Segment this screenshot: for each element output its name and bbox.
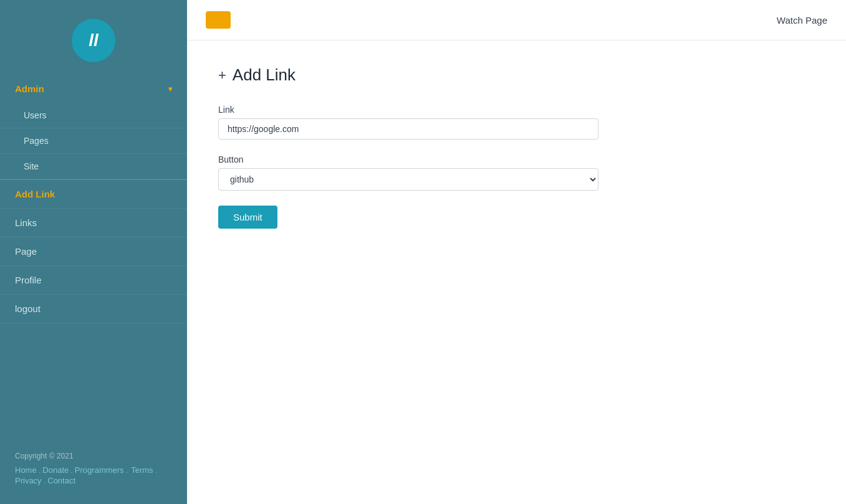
sidebar-item-add-link[interactable]: Add Link	[0, 180, 187, 209]
page-title-row: + Add Link	[218, 65, 815, 85]
sidebar-item-users[interactable]: Users	[0, 103, 187, 128]
submit-button[interactable]: Submit	[218, 206, 277, 229]
button-select[interactable]: github twitter facebook instagram linked…	[218, 168, 598, 191]
sidebar-logo: ll	[72, 19, 115, 62]
sidebar-item-logout[interactable]: logout	[0, 295, 187, 323]
add-link-content: + Add Link Link Button github twitter fa…	[187, 40, 846, 254]
sidebar-item-pages[interactable]: Pages	[0, 128, 187, 154]
footer-link-programmers[interactable]: Programmers	[75, 465, 124, 475]
main-content-area: Watch Page + Add Link Link Button github…	[187, 0, 846, 504]
footer-link-terms[interactable]: Terms	[131, 465, 153, 475]
sidebar: ll Admin ▾ Users Pages Site Add Link Lin…	[0, 0, 187, 504]
link-input[interactable]	[218, 118, 598, 140]
button-label: Button	[218, 155, 598, 164]
tab-button[interactable]	[206, 11, 231, 29]
footer-links: Home . Donate . Programmers . Terms . Pr…	[15, 465, 172, 485]
sidebar-item-site[interactable]: Site	[0, 154, 187, 179]
admin-section-header[interactable]: Admin ▾	[0, 75, 187, 103]
copyright-text: Copyright © 2021	[15, 452, 172, 460]
footer-link-contact[interactable]: Contact	[47, 476, 75, 485]
watch-page-label: Watch Page	[777, 15, 827, 26]
sidebar-item-links[interactable]: Links	[0, 209, 187, 237]
page-title: Add Link	[233, 65, 296, 85]
main-topbar: Watch Page	[187, 0, 846, 40]
sidebar-logo-area: ll	[0, 0, 187, 75]
sidebar-item-profile[interactable]: Profile	[0, 266, 187, 295]
logo-initials: ll	[89, 31, 99, 50]
admin-label: Admin	[15, 83, 44, 94]
footer-link-donate[interactable]: Donate	[42, 465, 69, 475]
add-link-form: Link Button github twitter facebook inst…	[218, 105, 815, 229]
sidebar-footer: Copyright © 2021 Home . Donate . Program…	[0, 439, 187, 492]
footer-link-home[interactable]: Home	[15, 465, 37, 475]
link-label: Link	[218, 105, 598, 115]
sidebar-item-page[interactable]: Page	[0, 237, 187, 266]
link-form-group: Link	[218, 105, 598, 140]
sidebar-navigation: Admin ▾ Users Pages Site Add Link Links …	[0, 75, 187, 439]
button-form-group: Button github twitter facebook instagram…	[218, 155, 598, 191]
plus-icon: +	[218, 67, 226, 83]
footer-link-privacy[interactable]: Privacy	[15, 476, 42, 485]
chevron-down-icon: ▾	[168, 85, 172, 93]
